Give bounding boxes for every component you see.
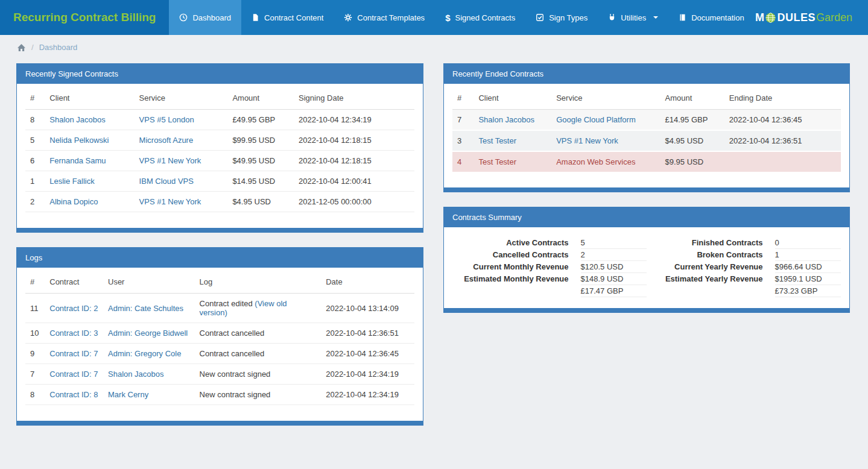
panel-body: # Contract User Log Date 11 Contract ID:… (17, 268, 423, 421)
app-title: Recurring Contract Billing (0, 0, 169, 35)
contracts-summary-table: Active Contracts 5 Finished Contracts 0 … (452, 237, 841, 297)
summary-value: $120.5 USD (581, 261, 647, 273)
summary-label (452, 285, 581, 297)
log-date: 2022-10-04 13:14:09 (321, 294, 414, 323)
globe-icon (765, 13, 776, 23)
contract-id: 5 (25, 130, 45, 151)
summary-label: Estimated Monthly Revenue (452, 273, 581, 285)
breadcrumb-separator: / (31, 43, 34, 52)
user-link[interactable]: Mark Cerny (108, 390, 148, 399)
nav-item-signed-contracts[interactable]: $ Signed Contracts (435, 0, 525, 35)
column-header: # (452, 84, 474, 110)
logo-text-green: Garden (816, 11, 852, 24)
signing-date: 2021-12-05 00:00:00 (294, 192, 414, 212)
client-link[interactable]: Fernanda Samu (49, 156, 106, 165)
dashboard-icon (179, 13, 188, 22)
service-link[interactable]: Microsoft Azure (139, 136, 194, 145)
service-link[interactable]: VPS #5 London (139, 115, 194, 124)
log-date: 2022-10-04 12:34:19 (321, 364, 414, 385)
summary-label: Active Contracts (452, 237, 581, 249)
contract-link[interactable]: Contract ID: 2 (49, 304, 98, 313)
contract-id: 6 (25, 151, 45, 171)
dollar-icon: $ (445, 13, 450, 22)
summary-row: Active Contracts 5 Finished Contracts 0 (452, 237, 841, 249)
ending-date: 2022-10-04 12:36:45 (724, 110, 841, 131)
service-link[interactable]: VPS #1 New York (139, 197, 201, 206)
summary-value: $1959.1 USD (775, 273, 841, 285)
summary-value: £73.23 GBP (775, 285, 841, 297)
contract-link[interactable]: Contract ID: 3 (49, 329, 98, 338)
client-link[interactable]: Leslie Fallick (49, 177, 94, 186)
nav-item-contract-content[interactable]: Contract Content (241, 0, 334, 35)
client-link[interactable]: Test Tester (478, 136, 516, 145)
table-row: 3 Test Tester VPS #1 New York $4.95 USD … (452, 130, 841, 151)
ending-date: 2022-10-04 12:36:51 (724, 130, 841, 151)
summary-label: Current Yearly Revenue (647, 261, 775, 273)
amount: $49.95 USD (227, 151, 294, 171)
panel-recently-ended-contracts: Recently Ended Contracts # Client Servic… (443, 63, 850, 192)
nav-item-sign-types[interactable]: Sign Types (525, 0, 598, 35)
logo-text: M (755, 11, 765, 24)
nav-item-dashboard[interactable]: Dashboard (169, 0, 241, 35)
contract-link[interactable]: Contract ID: 7 (49, 370, 98, 379)
column-header: Contract (45, 268, 103, 294)
nav-item-utilities[interactable]: Utilities (598, 0, 668, 35)
contract-id: 8 (25, 110, 45, 130)
summary-value: 2 (581, 249, 647, 261)
user-link[interactable]: Admin: Gregory Cole (108, 349, 181, 358)
column-header: Ending Date (724, 84, 841, 110)
check-square-icon (536, 13, 544, 22)
modulesgarden-logo[interactable]: M DULES Garden (755, 0, 868, 35)
contract-link[interactable]: Contract ID: 8 (49, 390, 98, 399)
table-row: 10 Contract ID: 3 Admin: George Bidwell … (25, 323, 414, 344)
table-header-row: # Client Service Amount Signing Date (25, 84, 414, 110)
contract-link[interactable]: Contract ID: 7 (49, 349, 98, 358)
user-link[interactable]: Admin: George Bidwell (108, 329, 188, 338)
log-message: Contract edited (View old version) (195, 294, 322, 323)
contract-id: 2 (25, 192, 45, 212)
panel-contracts-summary: Contracts Summary Active Contracts 5 Fin… (443, 207, 850, 313)
amount: $4.95 USD (661, 130, 724, 151)
breadcrumb-current[interactable]: Dashboard (39, 43, 78, 52)
service-link[interactable]: VPS #1 New York (556, 136, 618, 145)
client-link[interactable]: Nelida Pelkowski (49, 136, 109, 145)
log-date: 2022-10-04 12:36:51 (321, 323, 414, 344)
contract-id: 1 (25, 171, 45, 192)
amount: $9.95 USD (661, 151, 724, 172)
log-date: 2022-10-04 12:36:45 (321, 344, 414, 364)
log-message: Contract cancelled (195, 344, 322, 364)
book-icon (679, 13, 686, 22)
nav-item-documentation[interactable]: Documentation (668, 0, 754, 35)
table-row: 11 Contract ID: 2 Admin: Cate Schultes C… (25, 294, 414, 323)
signing-date: 2022-10-04 12:00:41 (294, 171, 414, 192)
client-link[interactable]: Shalon Jacobos (49, 115, 106, 124)
table-row: 7 Shalon Jacobos Google Cloud Platform £… (452, 110, 841, 131)
column-header: Service (135, 84, 228, 110)
table-row: 9 Contract ID: 7 Admin: Gregory Cole Con… (25, 344, 414, 364)
column-header: Client (474, 84, 551, 110)
table-header-row: # Contract User Log Date (25, 268, 414, 294)
user-link[interactable]: Admin: Cate Schultes (108, 304, 183, 313)
column-header: Service (551, 84, 660, 110)
signed-contracts-table: # Client Service Amount Signing Date 8 S… (25, 84, 414, 212)
log-id: 8 (25, 385, 45, 405)
gear-icon (344, 13, 352, 22)
home-icon[interactable] (17, 43, 26, 52)
client-link[interactable]: Test Tester (478, 157, 516, 166)
summary-value: 0 (775, 237, 841, 249)
client-link[interactable]: Shalon Jacobos (478, 115, 534, 124)
service-link[interactable]: Amazon Web Services (556, 157, 635, 166)
top-navigation: Recurring Contract Billing Dashboard Con… (0, 0, 868, 35)
user-link[interactable]: Shalon Jacobos (108, 370, 164, 379)
service-link[interactable]: VPS #1 New York (139, 156, 201, 165)
nav-item-contract-templates[interactable]: Contract Templates (334, 0, 435, 35)
panel-footer (444, 187, 849, 192)
column-header: Client (45, 84, 134, 110)
service-link[interactable]: Google Cloud Platform (556, 115, 636, 124)
panel-body: Active Contracts 5 Finished Contracts 0 … (444, 227, 849, 308)
client-link[interactable]: Albina Dopico (49, 197, 98, 206)
log-message: New contract signed (195, 364, 322, 385)
summary-row: Current Monthly Revenue $120.5 USD Curre… (452, 261, 841, 273)
column-header: Log (195, 268, 322, 294)
service-link[interactable]: IBM Cloud VPS (139, 177, 194, 186)
